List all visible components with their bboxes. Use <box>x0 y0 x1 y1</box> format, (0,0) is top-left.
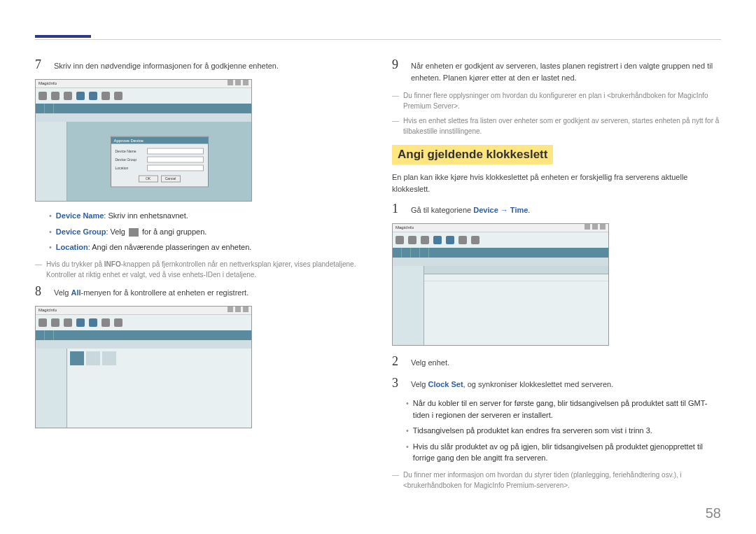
ellipsis-icon <box>129 228 139 237</box>
step-text: Velg All-menyen for å kontrollere at enh… <box>54 284 248 299</box>
right-column: 9 Når enheten er godkjent av serveren, l… <box>392 57 721 495</box>
screenshot-device-list: MagicInfo <box>35 306 364 428</box>
step-number: 7 <box>35 57 46 72</box>
window-titlebar: MagicInfo <box>36 80 251 88</box>
section-heading: Angi gjeldende klokkeslett <box>392 145 553 164</box>
list-item: • Device Name: Skriv inn enhetsnavnet. <box>49 210 364 222</box>
toolbar-icon <box>102 92 110 100</box>
step-number: 2 <box>392 354 402 369</box>
step-1: 1 Gå til kategoriene Device → Time. <box>392 202 721 216</box>
step-7: 7 Skriv inn den nødvendige informasjonen… <box>35 57 364 72</box>
tab <box>45 104 54 113</box>
toolbar-icon <box>76 92 85 100</box>
step-number: 1 <box>392 202 402 216</box>
header-rule <box>35 39 721 40</box>
step-number: 9 <box>392 57 402 83</box>
toolbar-icon <box>51 92 59 100</box>
ok-button: OK <box>139 175 158 182</box>
header-accent-bar <box>35 35 91 38</box>
toolbar <box>36 88 251 104</box>
screenshot-approve-dialog: MagicInfo <box>35 79 364 202</box>
approve-dialog: Approve Device Device Name Device Group … <box>111 136 209 187</box>
bullet-list: •Når du kobler til en server for første … <box>406 398 721 464</box>
step-text: Velg enhet. <box>411 354 449 369</box>
toolbar-icon <box>89 92 97 100</box>
list-item: •Tidsangivelsen på produktet kan endres … <box>406 425 721 437</box>
bullet-list: • Device Name: Skriv inn enhetsnavnet. •… <box>49 210 364 253</box>
note: ― Du finner mer informasjon om hvordan d… <box>392 470 721 491</box>
step-text: Skriv inn den nødvendige informasjonen f… <box>54 57 279 72</box>
screenshot-time-settings: MagicInfo <box>392 223 721 346</box>
toolbar <box>393 232 608 248</box>
step-8: 8 Velg All-menyen for å kontrollere at e… <box>35 284 364 299</box>
note: ― Hvis en enhet slettes fra listen over … <box>392 115 721 136</box>
toolbar <box>36 315 251 330</box>
tab <box>36 104 45 113</box>
list-item: • Device Group: Velg for å angi gruppen. <box>49 226 364 238</box>
toolbar-icon <box>38 92 47 100</box>
main-pane: Approve Device Device Name Device Group … <box>67 122 251 201</box>
paragraph: En plan kan ikke kjøre hvis klokkeslette… <box>392 171 721 195</box>
cancel-button: Cancel <box>161 175 181 182</box>
step-text: Gå til kategoriene Device → Time. <box>411 202 530 216</box>
field-label: Device Name <box>115 149 147 153</box>
tab-bar <box>36 104 251 113</box>
list-item: •Hvis du slår produktet av og på igjen, … <box>406 441 721 464</box>
field-label: Device Group <box>115 157 147 162</box>
text-input <box>147 164 204 171</box>
list-item: • Location: Angi den nåværende plasserin… <box>49 241 364 253</box>
sub-toolbar <box>36 113 251 122</box>
step-2: 2 Velg enhet. <box>392 354 721 369</box>
note: ― Hvis du trykker på INFO-knappen på fje… <box>35 259 364 280</box>
field-label: Location <box>115 166 147 170</box>
step-number: 8 <box>35 284 46 299</box>
sidebar <box>36 122 67 201</box>
toolbar-icon <box>64 92 72 100</box>
text-input <box>147 156 204 162</box>
list-item: •Når du kobler til en server for første … <box>406 398 721 421</box>
toolbar-icon <box>114 92 122 100</box>
window-titlebar: MagicInfo <box>36 307 251 315</box>
dialog-title: Approve Device <box>111 136 208 143</box>
step-3: 3 Velg Clock Set, og synkroniser klokkes… <box>392 376 721 391</box>
left-column: 7 Skriv inn den nødvendige informasjonen… <box>35 57 364 495</box>
step-number: 3 <box>392 376 402 391</box>
window-titlebar: MagicInfo <box>393 224 608 232</box>
step-text: Velg Clock Set, og synkroniser klokkesle… <box>411 376 613 391</box>
note: ― Du finner flere opplysninger om hvorda… <box>392 90 721 111</box>
step-9: 9 Når enheten er godkjent av serveren, l… <box>392 57 721 83</box>
page-number: 58 <box>706 505 721 521</box>
text-input <box>147 148 204 154</box>
step-text: Når enheten er godkjent av serveren, las… <box>411 57 721 83</box>
